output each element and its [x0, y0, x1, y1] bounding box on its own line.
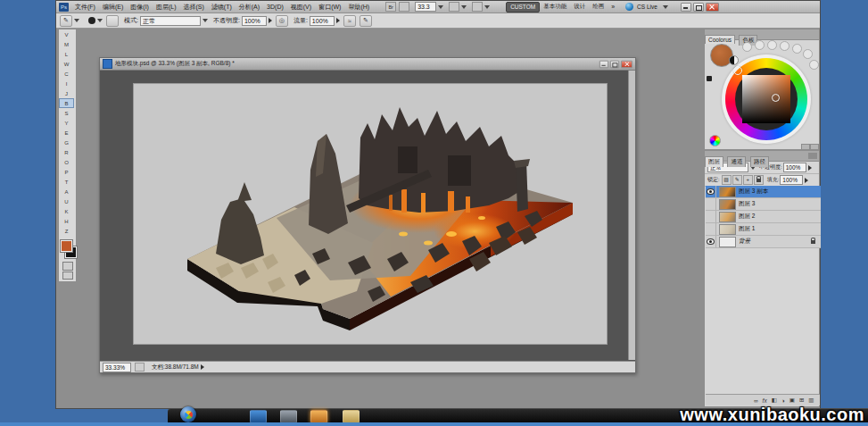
lock-transparency-icon[interactable]: ▨ — [722, 175, 732, 185]
tool-hand[interactable]: H — [59, 216, 74, 226]
link-layers-icon[interactable]: ∞ — [754, 397, 758, 404]
menu-view[interactable]: 视图(V) — [287, 3, 315, 12]
flow-spinner-icon[interactable] — [336, 18, 340, 23]
layer-fill-spinner-icon[interactable] — [805, 178, 808, 183]
new-layer-icon[interactable]: ⊞ — [799, 397, 804, 404]
mixer-circle-1[interactable] — [742, 42, 752, 52]
menu-window[interactable]: 窗口(W) — [315, 3, 344, 12]
tool-zoom[interactable]: Z — [59, 226, 74, 236]
doc-minimize-button[interactable] — [599, 60, 608, 68]
document-title-bar[interactable]: 地形模块.psd @ 33.3% (图层 3 副本, RGB/8) * — [100, 58, 635, 71]
mixer-circle-7[interactable] — [809, 60, 819, 70]
panel-resize-button-2[interactable] — [810, 144, 819, 150]
menu-filter[interactable]: 滤镜(T) — [208, 3, 236, 12]
app-maximize-button[interactable] — [693, 3, 704, 12]
tool-eraser[interactable]: E — [59, 128, 74, 138]
quick-mask-button[interactable] — [62, 262, 73, 271]
tool-type[interactable]: T — [59, 177, 74, 187]
mixer-circle-4[interactable] — [780, 41, 789, 51]
toggle-brush-panel-icon[interactable] — [106, 15, 119, 27]
workspace-essentials-button[interactable]: 基本功能 — [540, 3, 570, 11]
screen-mode-icon[interactable] — [472, 2, 483, 12]
brush-tip-icon[interactable] — [88, 17, 95, 24]
taskbar-icon-explorer[interactable] — [343, 410, 360, 423]
layer-thumbnail[interactable] — [719, 199, 736, 210]
vertical-scrollbar[interactable] — [628, 71, 635, 360]
tool-eyedropper[interactable]: I — [59, 79, 74, 88]
doc-close-button[interactable] — [621, 60, 632, 68]
tool-history-brush[interactable]: Y — [59, 118, 74, 128]
layer-opacity-spinner-icon[interactable] — [808, 165, 812, 171]
opacity-pressure-icon[interactable]: ◎ — [276, 15, 288, 27]
tool-shape[interactable]: U — [59, 196, 74, 206]
cs-live-dropdown-icon[interactable] — [663, 5, 668, 9]
panel-menu-icon[interactable] — [808, 153, 817, 159]
layer-row-2[interactable]: 图层 3 — [706, 198, 821, 211]
tool-clone-stamp[interactable]: S — [59, 108, 74, 118]
blend-mode-select[interactable]: 正常 — [140, 16, 201, 26]
status-flyout-icon[interactable] — [201, 364, 204, 370]
layer-thumbnail[interactable] — [719, 187, 736, 197]
visibility-toggle[interactable] — [706, 223, 716, 235]
menu-help[interactable]: 帮助(H) — [344, 3, 373, 12]
brush-tool-preset-icon[interactable]: ✎ — [60, 15, 72, 27]
layer-thumbnail[interactable] — [719, 237, 736, 247]
saturation-value-square[interactable] — [742, 75, 790, 123]
layer-name[interactable]: 图层 3 — [739, 200, 755, 208]
menu-image[interactable]: 图像(I) — [127, 3, 153, 12]
menu-layer[interactable]: 图层(L) — [153, 3, 180, 12]
mixer-circle-2[interactable] — [755, 40, 765, 50]
brush-picker-dropdown-icon[interactable] — [97, 19, 103, 22]
airbrush-icon[interactable]: ≈ — [343, 15, 356, 27]
tool-brush[interactable]: B — [59, 98, 74, 108]
view-extras-icon[interactable] — [399, 2, 409, 12]
doc-maximize-button[interactable] — [610, 60, 619, 68]
arrange-documents-icon[interactable] — [449, 2, 459, 12]
mixer-circle-3[interactable] — [767, 40, 777, 50]
tool-crop[interactable]: C — [59, 69, 74, 79]
hue-ring[interactable] — [725, 58, 807, 140]
layer-thumbnail[interactable] — [719, 224, 736, 235]
tool-dodge[interactable]: O — [59, 157, 74, 167]
visibility-toggle[interactable] — [706, 211, 716, 222]
menu-edit[interactable]: 编辑(E) — [99, 3, 127, 12]
layer-style-icon[interactable]: fx — [763, 397, 767, 404]
arrange-dropdown-icon[interactable] — [461, 5, 467, 9]
tab-paths[interactable]: 路径 — [750, 156, 769, 167]
tool-blur[interactable]: R — [59, 147, 74, 157]
tool-quick-select[interactable]: W — [59, 59, 74, 69]
tab-coolorus[interactable]: Coolorus — [705, 35, 735, 44]
workspace-painting-button[interactable]: 绘画 — [589, 3, 608, 11]
lock-position-icon[interactable]: + — [743, 175, 753, 185]
delete-layer-icon[interactable]: ▥ — [808, 397, 814, 404]
mixer-circle-6[interactable] — [803, 49, 813, 59]
lock-all-icon[interactable] — [754, 175, 764, 185]
layer-fill-field[interactable]: 100% — [780, 175, 803, 185]
panel-resize-button-1[interactable] — [801, 144, 810, 150]
start-button[interactable] — [180, 406, 196, 422]
zoom-level-field[interactable]: 33.3 — [415, 2, 436, 12]
new-group-icon[interactable]: ▣ — [789, 397, 795, 404]
flow-field[interactable]: 100% — [310, 16, 335, 26]
cs-live-button[interactable]: CS Live — [633, 4, 661, 10]
layer-name[interactable]: 图层 1 — [739, 225, 755, 233]
layer-name[interactable]: 背景 — [739, 238, 750, 246]
workspace-active-button[interactable]: CUSTOM — [506, 2, 540, 13]
menu-analysis[interactable]: 分析(A) — [236, 3, 263, 12]
tool-preset-dropdown-icon[interactable] — [74, 19, 79, 22]
workspace-design-button[interactable]: 设计 — [570, 3, 589, 11]
sv-selector-icon[interactable] — [772, 94, 780, 102]
flow-pressure-icon[interactable]: ✎ — [360, 15, 372, 27]
app-close-button[interactable] — [706, 3, 719, 12]
menu-select[interactable]: 选择(S) — [179, 3, 207, 12]
screen-mode-button[interactable] — [62, 271, 73, 280]
visibility-toggle[interactable] — [706, 198, 716, 210]
tool-healing-brush[interactable]: J — [59, 88, 74, 98]
taskbar-icon-app[interactable] — [280, 410, 297, 423]
hue-selector-icon[interactable] — [733, 66, 742, 75]
canvas[interactable] — [134, 84, 607, 344]
taskbar-icon-photoshop-active[interactable] — [310, 410, 327, 423]
tool-marquee[interactable]: M — [59, 39, 74, 49]
workspace-overflow-button[interactable]: » — [608, 4, 618, 10]
tool-lasso[interactable]: L — [59, 49, 74, 59]
